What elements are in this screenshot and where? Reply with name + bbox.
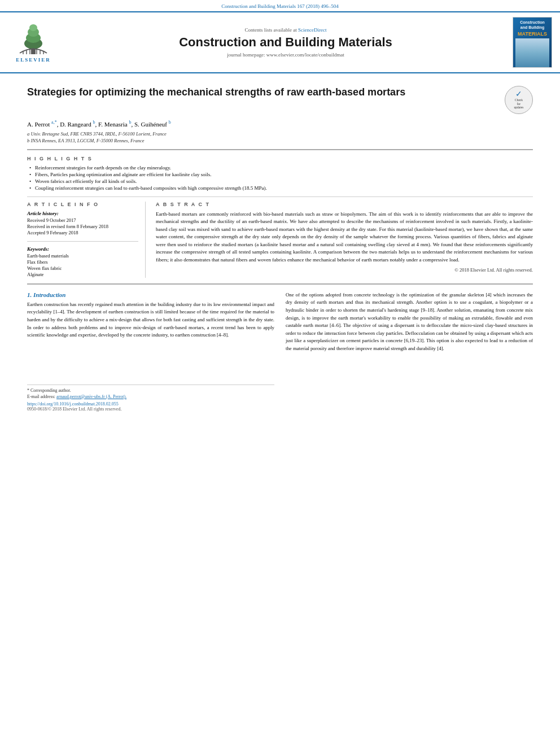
divider-body bbox=[27, 283, 533, 285]
article-title-section: Strategies for optimizing the mechanical… bbox=[27, 80, 533, 114]
journal-homepage: journal homepage: www.elsevier.com/locat… bbox=[64, 52, 507, 58]
highlight-item-2: Fibers, Particles packing optimization a… bbox=[29, 172, 533, 177]
check-updates-badge: ✓ Checkforupdates bbox=[505, 86, 533, 114]
keyword-1: Earth-based materials bbox=[27, 253, 138, 259]
issn-text: 0950-0618/© 2018 Elsevier Ltd. All right… bbox=[27, 407, 274, 412]
citation-text: Construction and Building Materials 167 … bbox=[221, 3, 338, 9]
article-title: Strategies for optimizing the mechanical… bbox=[27, 86, 498, 99]
article-history: Article history: Received 9 October 2017… bbox=[27, 211, 138, 235]
copyright-notice: © 2018 Elsevier Ltd. All rights reserved… bbox=[156, 267, 533, 273]
article-info-abstract: A R T I C L E I N F O Article history: R… bbox=[27, 202, 533, 278]
footnote-section: * Corresponding author. E-mail address: … bbox=[27, 385, 274, 412]
highlights-list: Reinforcement strategies for earth depen… bbox=[27, 165, 533, 191]
top-citation-bar: Construction and Building Materials 167 … bbox=[0, 0, 560, 11]
article-info-column: A R T I C L E I N F O Article history: R… bbox=[27, 202, 146, 278]
intro-para-1: Earthen construction has recently regain… bbox=[27, 301, 274, 339]
highlight-item-1: Reinforcement strategies for earth depen… bbox=[29, 165, 533, 171]
doi-link[interactable]: https://doi.org/10.1016/j.conbuildmat.20… bbox=[27, 401, 274, 407]
body-section: 1. Introduction Earthen construction has… bbox=[27, 291, 533, 412]
journal-cover-image: Constructionand Building MATERIALS bbox=[513, 17, 552, 68]
body-left-col: 1. Introduction Earthen construction has… bbox=[27, 291, 274, 412]
journal-title: Construction and Building Materials bbox=[64, 35, 507, 50]
accepted-date: Accepted 9 February 2018 bbox=[27, 230, 138, 235]
highlights-section: H I G H L I G H T S Reinforcement strate… bbox=[27, 156, 533, 191]
journal-header: ELSEVIER Contents lists available at Sci… bbox=[0, 11, 560, 73]
cover-photo-area bbox=[515, 38, 549, 67]
divider-after-affiliations bbox=[27, 149, 533, 150]
main-content: Strategies for optimizing the mechanical… bbox=[0, 73, 560, 418]
revised-date: Received in revised form 8 February 2018 bbox=[27, 224, 138, 229]
keyword-2: Flax fibers bbox=[27, 259, 138, 265]
contents-available: Contents lists available at ScienceDirec… bbox=[64, 27, 507, 33]
cover-materials-label: MATERIALS bbox=[518, 31, 547, 37]
abstract-text: Earth-based mortars are commonly reinfor… bbox=[156, 211, 533, 264]
affiliations: a Univ. Bretagne Sud, FRE CNRS 3744, IRD… bbox=[27, 131, 533, 143]
body-right-text: One of the options adopted from concrete… bbox=[286, 291, 533, 353]
keyword-3: Woven flax fabric bbox=[27, 265, 138, 271]
keywords-title: Keywords: bbox=[27, 246, 138, 252]
svg-point-4 bbox=[29, 24, 37, 31]
affiliation-a: a Univ. Bretagne Sud, FRE CNRS 3744, IRD… bbox=[27, 131, 533, 137]
corresponding-author: * Corresponding author. bbox=[27, 388, 274, 393]
email-line: E-mail address: arnaud.perrot@univ-ubs.f… bbox=[27, 394, 274, 399]
highlight-item-4: Coupling reinforcement strategies can le… bbox=[29, 185, 533, 191]
elsevier-wordmark: ELSEVIER bbox=[16, 57, 51, 63]
abstract-column: A B S T R A C T Earth-based mortars are … bbox=[156, 202, 533, 278]
sciencedirect-link[interactable]: ScienceDirect bbox=[298, 27, 326, 33]
elsevier-tree-icon bbox=[14, 22, 53, 56]
article-info-label: A R T I C L E I N F O bbox=[27, 202, 138, 207]
section1-heading: 1. Introduction bbox=[27, 291, 274, 298]
highlights-label: H I G H L I G H T S bbox=[27, 156, 533, 161]
page: Construction and Building Materials 167 … bbox=[0, 0, 560, 747]
divider-after-highlights bbox=[27, 196, 533, 197]
journal-center: Contents lists available at ScienceDirec… bbox=[64, 27, 507, 58]
divider-keywords bbox=[27, 241, 138, 242]
check-updates-label: Checkforupdates bbox=[514, 98, 524, 110]
cover-title-line1: Constructionand Building bbox=[520, 20, 545, 30]
affiliation-b: b INSA Rennes, EA 3913, LGCGM, F-35000 R… bbox=[27, 138, 533, 143]
authors-line: A. Perrot a,*, D. Rangeard b, F. Menasri… bbox=[27, 120, 533, 128]
elsevier-logo: ELSEVIER bbox=[8, 22, 59, 63]
email-link[interactable]: arnaud.perrot@univ-ubs.fr (A. Perrot). bbox=[56, 394, 126, 399]
abstract-label: A B S T R A C T bbox=[156, 202, 533, 207]
intro-para-2: One of the options adopted from concrete… bbox=[286, 291, 533, 353]
body-right-col: One of the options adopted from concrete… bbox=[286, 291, 533, 412]
history-title: Article history: bbox=[27, 211, 138, 216]
received-date: Received 9 October 2017 bbox=[27, 217, 138, 223]
body-left-text: Earthen construction has recently regain… bbox=[27, 301, 274, 339]
check-icon: ✓ bbox=[515, 90, 522, 98]
keyword-4: Alginate bbox=[27, 272, 138, 277]
email-label: E-mail address: bbox=[27, 394, 55, 399]
body-two-col: 1. Introduction Earthen construction has… bbox=[27, 291, 533, 412]
highlight-item-3: Woven fabrics act efficiently for all ki… bbox=[29, 178, 533, 184]
